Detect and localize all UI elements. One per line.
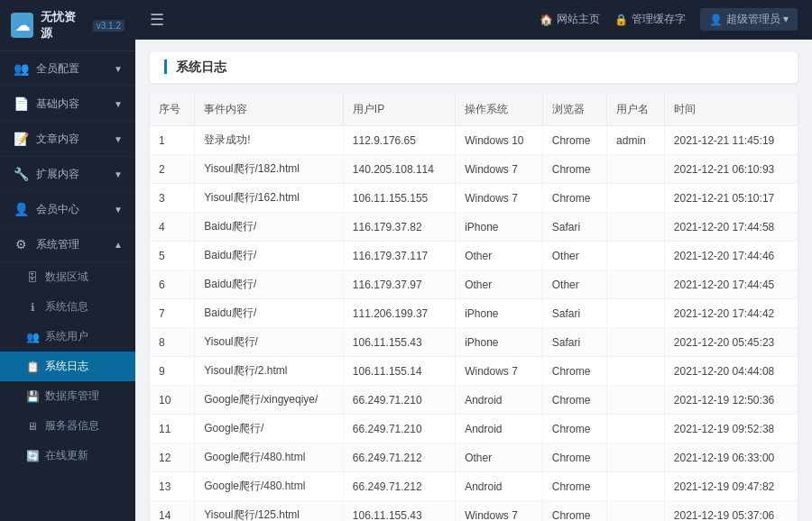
table-cell: 2021-12-19 06:33:00 <box>664 443 798 472</box>
table-cell: Windows 7 <box>456 155 543 184</box>
system-log-icon: 📋 <box>25 360 40 374</box>
log-table-container: 序号 事件内容 用户IP 操作系统 浏览器 用户名 时间 1登录成功!112.9… <box>150 94 798 521</box>
table-cell: 66.249.71.210 <box>343 386 455 415</box>
table-cell: Android <box>456 386 543 415</box>
table-cell: Chrome <box>542 386 606 415</box>
table-cell: 66.249.71.212 <box>343 472 455 501</box>
table-cell: 2021-12-19 12:50:36 <box>664 386 798 415</box>
table-cell: 12 <box>150 443 195 472</box>
admin-menu[interactable]: 👤 超级管理员 ▾ <box>700 8 798 31</box>
sidebar-item-online-update[interactable]: 🔄 在线更新 <box>0 441 135 471</box>
table-cell: iPhone <box>456 299 543 328</box>
sidebar-item-ad-mgmt[interactable]: 💾 数据库管理 <box>0 381 135 411</box>
sidebar-item-data-area[interactable]: 🗄 数据区域 <box>0 262 135 292</box>
table-row: 3Yisoul爬行/162.html106.11.155.155Windows … <box>150 184 798 213</box>
system-user-icon: 👥 <box>25 330 40 344</box>
table-cell: 116.179.37.82 <box>343 213 455 242</box>
table-cell: 2021-12-21 05:10:17 <box>664 184 798 213</box>
table-cell: Other <box>456 443 543 472</box>
table-cell <box>607 472 665 501</box>
table-cell: Chrome <box>542 357 606 386</box>
table-cell: 66.249.71.210 <box>343 415 455 443</box>
table-cell: Windows 7 <box>456 357 543 386</box>
sidebar-item-label: 文章内容 <box>36 132 79 147</box>
table-cell: Baidu爬行/ <box>195 270 344 299</box>
hamburger-icon[interactable]: ☰ <box>150 10 164 30</box>
logo-icon: ☁ <box>11 13 33 38</box>
sidebar-item-user-center[interactable]: 👤 会员中心 ▼ <box>0 192 135 227</box>
sidebar-item-label: 会员中心 <box>36 202 79 217</box>
sidebar-item-basic[interactable]: 📄 基础内容 ▼ <box>0 87 135 122</box>
cache-link[interactable]: 🔒 管理缓存字 <box>614 12 686 27</box>
table-cell: 1 <box>150 126 195 155</box>
table-cell: Yisoul爬行/125.html <box>195 501 344 522</box>
table-row: 5Baidu爬行/116.179.37.117OtherOther2021-12… <box>150 242 798 270</box>
table-cell: Safari <box>542 213 606 242</box>
sidebar-item-system-info[interactable]: ℹ 系统信息 <box>0 292 135 322</box>
table-cell: 10 <box>150 386 195 415</box>
sidebar-item-label: 基础内容 <box>36 96 79 112</box>
table-row: 8Yisoul爬行/106.11.155.43iPhoneSafari2021-… <box>150 328 798 357</box>
table-cell: 66.249.71.212 <box>343 443 455 472</box>
extend-icon: 🔧 <box>13 166 29 182</box>
topbar-right: 🏠 网站主页 🔒 管理缓存字 👤 超级管理员 ▾ <box>540 8 798 31</box>
topbar: ☰ 🏠 网站主页 🔒 管理缓存字 👤 超级管理员 ▾ <box>135 0 812 40</box>
table-cell: Google爬行/480.html <box>195 443 344 472</box>
logo-version: v3.1.2 <box>93 20 125 32</box>
table-cell: Windows 7 <box>456 184 543 213</box>
sidebar-item-label: 在线更新 <box>45 448 88 463</box>
table-cell <box>607 213 665 242</box>
table-cell: 2021-12-21 11:45:19 <box>664 126 798 155</box>
table-cell: 6 <box>150 270 195 299</box>
sidebar-item-system-log[interactable]: 📋 系统日志 <box>0 352 135 381</box>
sidebar-item-label: 数据区域 <box>45 270 88 285</box>
table-cell: Android <box>456 472 543 501</box>
table-cell <box>607 443 665 472</box>
chevron-down-icon: ▼ <box>114 205 123 215</box>
table-cell: Android <box>456 415 543 443</box>
table-cell: 2 <box>150 155 195 184</box>
table-cell: Safari <box>542 299 606 328</box>
col-id: 序号 <box>150 94 195 126</box>
sidebar-item-system-user[interactable]: 👥 系统用户 <box>0 322 135 352</box>
chevron-down-icon: ▼ <box>114 169 123 179</box>
server-icon: 🖥 <box>25 419 40 434</box>
table-cell: Yisoul爬行/ <box>195 328 344 357</box>
table-cell: Baidu爬行/ <box>195 299 344 328</box>
table-cell <box>607 155 665 184</box>
sidebar-item-extend[interactable]: 🔧 扩展内容 ▼ <box>0 157 135 192</box>
table-cell <box>607 415 665 443</box>
col-os: 操作系统 <box>456 94 543 126</box>
table-cell: Google爬行/ <box>195 415 344 443</box>
sidebar-item-label: 系统管理 <box>36 237 79 252</box>
sidebar-item-article[interactable]: 📝 文章内容 ▼ <box>0 122 135 157</box>
table-cell <box>607 501 665 522</box>
user-center-icon: 👤 <box>13 201 29 217</box>
table-cell: 111.206.199.37 <box>343 299 455 328</box>
table-cell: 106.11.155.43 <box>343 328 455 357</box>
table-cell: 116.179.37.117 <box>343 242 455 270</box>
table-cell: 8 <box>150 328 195 357</box>
table-cell: Other <box>542 242 606 270</box>
sidebar-item-system[interactable]: ⚙ 系统管理 ▲ <box>0 227 135 262</box>
table-cell: iPhone <box>456 328 543 357</box>
table-cell: 2021-12-19 05:37:06 <box>664 501 798 522</box>
table-cell: 9 <box>150 357 195 386</box>
website-home-link[interactable]: 🏠 网站主页 <box>540 12 600 27</box>
table-cell: Safari <box>542 328 606 357</box>
sidebar-item-label: 系统日志 <box>45 359 88 374</box>
table-cell: 2021-12-20 17:44:46 <box>664 242 798 270</box>
article-icon: 📝 <box>13 131 29 147</box>
table-cell: Yisoul爬行/162.html <box>195 184 344 213</box>
table-cell: 106.11.155.14 <box>343 357 455 386</box>
table-cell: 2021-12-19 09:52:38 <box>664 415 798 443</box>
chevron-up-icon: ▲ <box>114 240 123 250</box>
sidebar-item-label: 扩展内容 <box>36 167 79 182</box>
table-row: 7Baidu爬行/111.206.199.37iPhoneSafari2021-… <box>150 299 798 328</box>
table-cell <box>607 328 665 357</box>
table-cell: Baidu爬行/ <box>195 242 344 270</box>
sidebar-item-server-info[interactable]: 🖥 服务器信息 <box>0 411 135 441</box>
sidebar-item-label: 系统信息 <box>45 299 88 315</box>
sidebar-item-member[interactable]: 👥 全员配置 ▼ <box>0 51 135 87</box>
content-area: 系统日志 序号 事件内容 用户IP 操作系统 浏览器 用户名 时间 1登录成功!… <box>135 40 812 521</box>
